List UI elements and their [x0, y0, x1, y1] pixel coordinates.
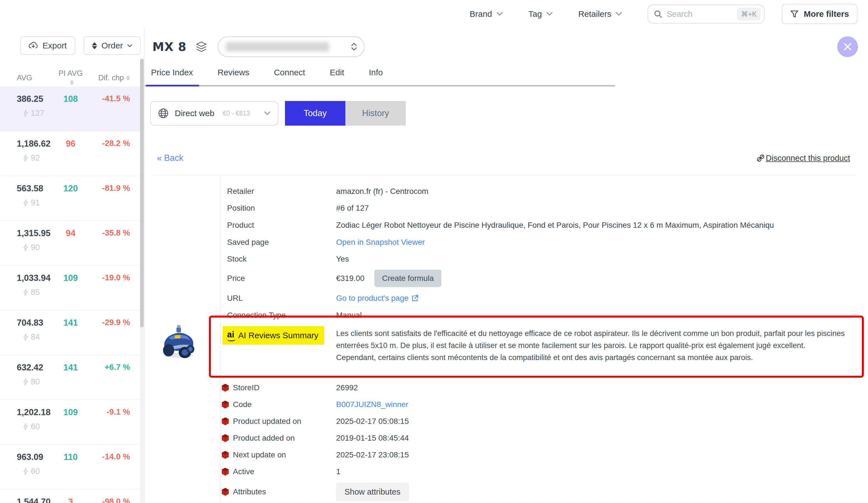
detail-row-url: URL Go to product's page	[145, 289, 862, 307]
detail-row-storeid: StoreID 26992	[145, 379, 862, 396]
select-updown-icon	[351, 43, 357, 51]
more-filters-button[interactable]: More filters	[782, 4, 857, 24]
product-selector-dropdown[interactable]	[218, 37, 365, 57]
sort-order-icon	[92, 42, 97, 49]
product-list-row[interactable]: 963.09 60 110 -14.0 %	[0, 445, 144, 490]
detail-row-updated: Product updated on 2025-02-17 05:08:15	[145, 413, 862, 430]
pi-avg-value: 109	[63, 407, 78, 417]
connections-count: 60	[31, 466, 40, 476]
product-code-link[interactable]: B007JUIZN8_winner	[336, 400, 408, 409]
avg-value: 1,315.95	[17, 228, 56, 238]
topbar-filters: Brand Tag Retailers	[469, 9, 648, 19]
source-dropdown[interactable]: Direct web €0 - €613	[150, 101, 278, 126]
topbar-filter-tag[interactable]: Tag	[528, 9, 552, 19]
avg-value: 563.58	[17, 184, 56, 194]
close-panel-button[interactable]	[837, 37, 858, 57]
product-list-row[interactable]: 1,186.62 92 96 -28.2 %	[0, 132, 144, 176]
dif-chp-value: -28.2 %	[102, 139, 130, 148]
col-avg: AVG	[17, 74, 56, 82]
details-table: Retailer amazon.fr (fr) - Centrocom Posi…	[145, 179, 862, 503]
unlink-icon	[756, 154, 765, 162]
snapshot-viewer-link[interactable]: Open in Snapshot Viewer	[336, 238, 425, 247]
tab-reviews[interactable]: Reviews	[218, 68, 249, 85]
tab-edit[interactable]: Edit	[330, 68, 344, 85]
today-toggle-button[interactable]: Today	[285, 101, 345, 126]
detail-tabs: Price Index Reviews Connect Edit Info	[145, 68, 615, 86]
dif-chp-value: -9.1 %	[106, 407, 130, 416]
product-list: 386.25 127 108 -41.5 % 1,186.62 92 96 -2…	[0, 87, 144, 503]
tab-price-index[interactable]: Price Index	[151, 68, 193, 85]
close-icon	[844, 42, 852, 51]
lightning-icon	[23, 468, 29, 475]
product-detail-panel: MX 8 Price Index Reviews Connect Edit In…	[144, 28, 868, 503]
search-shortcut-badge: ⌘+K	[737, 8, 761, 20]
redacted-selection-text	[226, 42, 329, 51]
pi-avg-value: 108	[63, 94, 78, 104]
product-list-row[interactable]: 1,202.18 60 109 -9.1 %	[0, 400, 144, 445]
pi-avg-value: 120	[63, 184, 78, 193]
history-toggle-button[interactable]: History	[345, 101, 406, 126]
topbar-filter-brand[interactable]: Brand	[469, 9, 503, 19]
dif-chp-value: -41.5 %	[102, 94, 130, 103]
back-row: « Back Disconnect this product	[157, 153, 850, 163]
external-link-icon	[411, 295, 418, 302]
show-attributes-button[interactable]: Show attributes	[336, 483, 409, 501]
detail-row-retailer: Retailer amazon.fr (fr) - Centrocom	[145, 183, 862, 200]
dif-chp-value: -29.9 %	[102, 318, 130, 327]
connections-count: 85	[31, 288, 40, 297]
product-list-row[interactable]: 1,033.94 85 109 -19.0 %	[0, 266, 144, 310]
back-link[interactable]: « Back	[157, 153, 184, 163]
dif-chp-value: +6.7 %	[105, 362, 130, 371]
package-icon	[221, 383, 229, 392]
connections-count: 127	[31, 109, 44, 118]
order-button[interactable]: Order	[84, 37, 141, 55]
detail-row-saved-page: Saved page Open in Snapshot Viewer	[145, 234, 862, 251]
ai-summary-label: ai AI Reviews Summary	[223, 326, 324, 345]
create-formula-button[interactable]: Create formula	[374, 270, 441, 287]
pi-avg-value: 110	[63, 452, 78, 462]
product-list-row[interactable]: 1,544.70 3 -98.0 %	[0, 490, 144, 503]
search-icon	[654, 10, 662, 18]
detail-row-position: Position #6 of 127	[145, 200, 862, 216]
detail-row-product: Product Zodiac Léger Robot Nettoyeur de …	[145, 216, 862, 234]
tab-connect[interactable]: Connect	[274, 68, 305, 85]
detail-row-connection-type: Connection Type Manual	[145, 307, 862, 324]
sort-icon	[70, 80, 74, 85]
connections-count: 84	[31, 332, 40, 341]
col-pi-avg[interactable]: PI AVG	[56, 69, 85, 86]
detail-row-active: Active 1	[145, 463, 862, 480]
lightning-icon	[23, 244, 29, 252]
disconnect-product-link[interactable]: Disconnect this product	[756, 154, 850, 163]
detail-row-code: Code B007JUIZN8_winner	[145, 396, 862, 413]
col-dif-chp[interactable]: Dif. chp	[85, 74, 130, 82]
product-page-link[interactable]: Go to product's page	[336, 294, 418, 303]
order-label: Order	[102, 41, 123, 50]
export-button[interactable]: Export	[20, 37, 75, 55]
dif-chp-value: -98.0 %	[102, 497, 130, 503]
pi-avg-value: 3	[68, 497, 73, 503]
tab-info[interactable]: Info	[369, 68, 383, 85]
source-label: Direct web	[175, 109, 215, 118]
layers-icon	[195, 41, 207, 52]
sidebar: Export Order AVG PI AVG Dif. chp 386.25 …	[0, 28, 144, 503]
lightning-icon	[23, 378, 29, 386]
package-icon	[221, 417, 229, 425]
product-list-row[interactable]: 1,315.95 90 94 -35.8 %	[0, 221, 144, 266]
product-list-row[interactable]: 386.25 127 108 -41.5 %	[0, 87, 144, 132]
lightning-icon	[23, 333, 29, 341]
chevron-down-icon	[127, 44, 132, 47]
pi-avg-value: 109	[63, 273, 78, 283]
sidebar-scrollbar-thumb[interactable]	[140, 59, 144, 327]
pi-avg-value: 94	[66, 228, 75, 238]
detail-row-price: Price €319.00 Create formula	[145, 267, 862, 289]
search-input[interactable]: Search ⌘+K	[648, 4, 765, 23]
period-toggle: Today History	[285, 101, 406, 126]
ai-summary-text: Les clients sont satisfaits de l'efficac…	[336, 327, 845, 363]
sidebar-actions: Export Order	[0, 28, 144, 55]
chevron-down-icon	[497, 12, 503, 16]
topbar-filter-retailers[interactable]: Retailers	[578, 9, 622, 19]
product-list-row[interactable]: 704.83 84 141 -29.9 %	[0, 310, 144, 355]
globe-icon	[158, 108, 169, 119]
product-list-row[interactable]: 632.42 80 141 +6.7 %	[0, 355, 144, 400]
product-list-row[interactable]: 563.58 91 120 -81.9 %	[0, 176, 144, 221]
